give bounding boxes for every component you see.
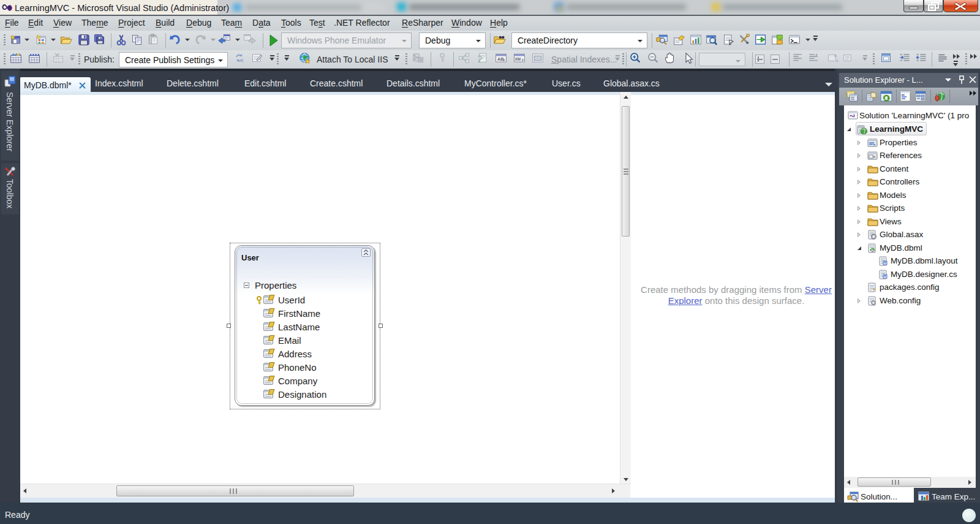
svg-text:AB: AB: [497, 56, 503, 62]
svg-text:XM: XM: [514, 57, 521, 61]
